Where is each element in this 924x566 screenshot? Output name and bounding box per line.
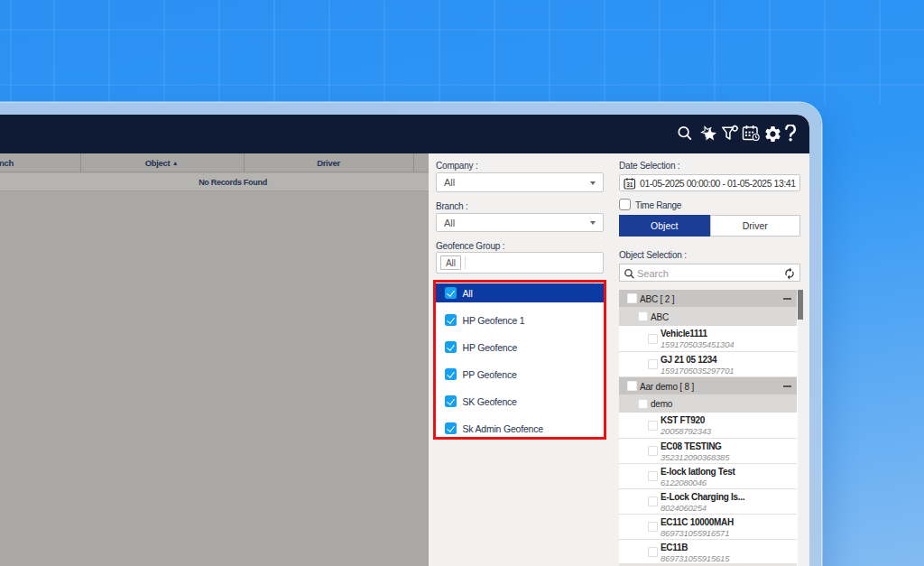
svg-text:31: 31 — [626, 181, 633, 188]
